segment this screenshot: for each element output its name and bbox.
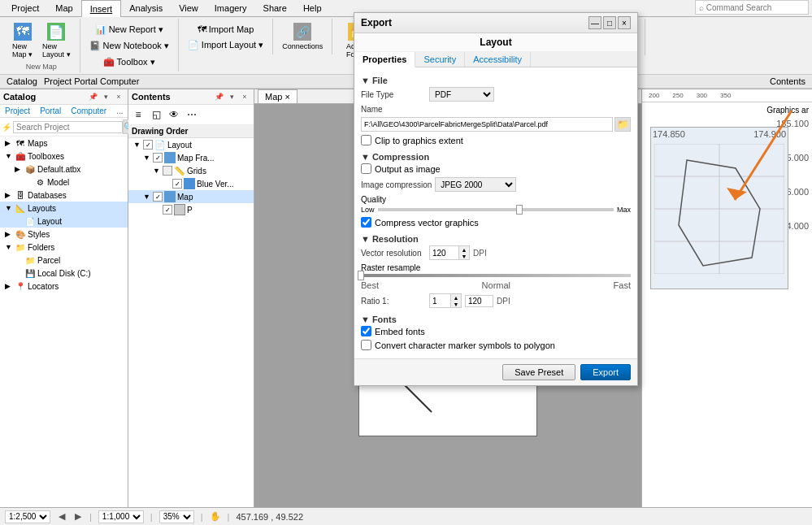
catalog-tree-item-layouts[interactable]: ▼ 📐 Layouts [0,202,128,215]
tab-help[interactable]: Help [295,0,330,16]
locators-expand-arrow[interactable]: ▶ [5,282,15,290]
command-search-input[interactable] [695,0,809,15]
convert-markers-checkbox[interactable] [361,340,371,350]
clip-to-graphics-checkbox[interactable] [361,135,371,145]
ct-item-grids[interactable]: ▼ 📏 Grids [128,164,254,177]
catalog-tree-item-styles[interactable]: ▶ 🎨 Styles [0,228,128,241]
layout-expand-icon[interactable]: ▼ [133,141,143,149]
maps-expand-arrow[interactable]: ▶ [5,139,15,147]
raster-slider[interactable] [361,274,631,277]
p-checkbox[interactable]: ✓ [163,205,172,215]
zoom-select[interactable]: 35% [159,510,194,523]
quality-slider[interactable] [378,208,614,211]
map-tab-layout[interactable]: Map × [258,89,297,103]
vector-resolution-down-button[interactable]: ▼ [459,253,469,259]
catalog-tree-item-layout[interactable]: ▶ 📄 Layout [0,215,128,228]
ct-item-map[interactable]: ▼ ✓ Map [128,190,254,203]
catalog-tree-item-model[interactable]: ▶ ⚙ Model [0,176,128,189]
ct-item-layout[interactable]: ▼ ✓ 📄 Layout [128,138,254,151]
contents-close-button[interactable]: × [239,91,250,102]
contents-list-view-button[interactable]: ≡ [130,106,146,123]
connections-button[interactable]: 🔗 Connections [278,20,327,53]
dialog-tab-properties[interactable]: Properties [354,52,415,67]
browse-button[interactable]: 📁 [614,117,631,132]
dialog-maximize-button[interactable]: □ [603,16,616,29]
file-path-input[interactable] [361,117,613,132]
ratio-dpi-input[interactable] [465,295,493,307]
catalog-close-button[interactable]: × [113,91,124,102]
ct-item-bluever[interactable]: ▶ ✓ Blue Ver... [128,177,254,190]
catalog-tab-computer[interactable]: Computer [66,105,111,117]
catalog-tab-portal[interactable]: Portal [35,105,66,117]
contents-source-button[interactable]: ◱ [148,106,164,123]
catalog-tree-item-maps[interactable]: ▶ 🗺 Maps [0,137,128,150]
tab-share[interactable]: Share [255,0,295,16]
image-compression-select[interactable]: JPEG 2000 JPEG LZW [435,177,516,192]
mapframe-checkbox[interactable]: ✓ [153,153,163,163]
tab-project[interactable]: Project [3,0,47,16]
vector-resolution-input[interactable] [430,246,458,259]
scale-select-1[interactable]: 1:2,500 [5,510,50,523]
layout-checkbox[interactable]: ✓ [143,140,153,150]
mapframe-expand-icon[interactable]: ▼ [143,154,153,162]
catalog-tree-item-toolboxes[interactable]: ▼ 🧰 Toolboxes [0,150,128,163]
bluever-checkbox[interactable]: ✓ [172,179,182,189]
new-layout-button[interactable]: 📄 NewLayout ▾ [38,20,75,61]
contents-visibility-button[interactable]: 👁 [166,106,182,123]
export-button[interactable]: Export [580,364,631,380]
embed-fonts-checkbox[interactable] [361,326,371,336]
scale-select-2[interactable]: 1:1,000 [98,510,144,523]
defaultatbx-expand-arrow[interactable]: ▶ [15,165,24,173]
folders-expand-arrow[interactable]: ▼ [5,243,15,251]
catalog-tree-item-defaultatbx[interactable]: ▶ 📦 Default.atbx [0,163,128,176]
tab-map[interactable]: Map [47,0,80,16]
new-toolbox-button[interactable]: 🧰 Toolbox ▾ [85,54,173,70]
file-type-select[interactable]: PDF PNG JPEG TIFF [429,87,494,102]
toolboxes-expand-arrow[interactable]: ▼ [5,152,15,160]
ratio-up-button[interactable]: ▲ [451,294,461,301]
dialog-close-button[interactable]: × [618,16,631,29]
catalog-tab-project[interactable]: Project [0,105,35,117]
catalog-tree-item-parcel[interactable]: ▶ 📁 Parcel [0,254,128,267]
dialog-tab-accessibility[interactable]: Accessibility [465,52,531,67]
fonts-section-header[interactable]: ▼ Fonts [361,311,631,326]
map-checkbox[interactable]: ✓ [153,192,163,202]
catalog-tree-item-localdisk[interactable]: ▶ 💾 Local Disk (C:) [0,267,128,280]
file-section-header[interactable]: ▼ File [361,72,631,87]
import-layout-button[interactable]: 📄 Import Layout ▾ [184,37,267,53]
import-map-button[interactable]: 🗺 Import Map [184,22,267,37]
compress-vector-checkbox[interactable] [361,217,371,228]
dialog-minimize-button[interactable]: — [588,16,601,29]
ct-item-mapframe[interactable]: ▼ ✓ Map Fra... [128,151,254,164]
new-notebook-button[interactable]: 📓 New Notebook ▾ [85,38,173,54]
catalog-pin-button[interactable]: 📌 [87,91,98,102]
grids-checkbox[interactable] [163,166,172,176]
nav-forward-button[interactable]: ▶ [73,511,83,522]
grids-expand-icon[interactable]: ▼ [153,167,163,175]
contents-more-button[interactable]: ⋯ [184,106,200,123]
contents-pin-button[interactable]: 📌 [213,91,224,102]
tab-insert[interactable]: Insert [81,0,122,17]
save-preset-button[interactable]: Save Preset [502,364,575,380]
new-map-button[interactable]: 🗺 NewMap ▾ [8,20,37,61]
tab-view[interactable]: View [171,0,206,16]
catalog-tree-item-databases[interactable]: ▶ 🗄 Databases [0,189,128,202]
catalog-tree-item-folders[interactable]: ▼ 📁 Folders [0,241,128,254]
map-expand-icon[interactable]: ▼ [143,193,153,201]
pan-button[interactable]: ✋ [210,511,221,522]
tab-analysis[interactable]: Analysis [121,0,171,16]
nav-back-button[interactable]: ◀ [57,511,67,522]
catalog-tab-more[interactable]: ... [111,105,128,117]
databases-expand-arrow[interactable]: ▶ [5,191,15,199]
map-tab-close[interactable]: × [284,92,289,102]
ratio-input[interactable] [430,294,450,307]
dialog-tab-security[interactable]: Security [415,52,465,67]
ratio-down-button[interactable]: ▼ [451,301,461,307]
ct-item-p[interactable]: ▶ ✓ P [128,203,254,216]
catalog-options-button[interactable]: ▾ [100,91,111,102]
resolution-section-header[interactable]: ▼ Resolution [361,231,631,245]
contents-options-button[interactable]: ▾ [226,91,237,102]
vector-resolution-up-button[interactable]: ▲ [459,246,469,253]
catalog-search-input[interactable] [13,121,123,133]
new-report-button[interactable]: 📊 New Report ▾ [85,22,173,37]
